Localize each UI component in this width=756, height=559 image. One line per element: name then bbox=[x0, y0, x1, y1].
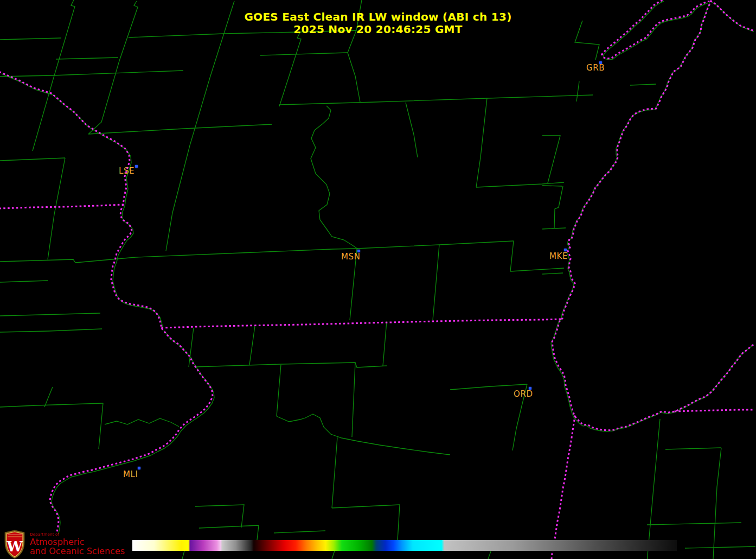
satellite-map-screen: GOES East Clean IR LW window (ABI ch 13)… bbox=[0, 0, 756, 559]
image-title: GOES East Clean IR LW window (ABI ch 13)… bbox=[0, 11, 756, 36]
station-dot-MLI bbox=[138, 467, 140, 469]
station-label-MKE: MKE bbox=[549, 251, 568, 261]
station-label-MSN: MSN bbox=[341, 252, 360, 262]
title-line-2: 2025 Nov 20 20:46:25 GMT bbox=[0, 23, 756, 36]
shoreline-green-layer bbox=[2, 1, 754, 533]
map-lines bbox=[0, 0, 756, 559]
uw-aos-logo: W Department of Atmospheric and Oceanic … bbox=[3, 530, 128, 559]
svg-text:W: W bbox=[6, 538, 23, 555]
station-label-LSE: LSE bbox=[119, 166, 134, 176]
title-line-1: GOES East Clean IR LW window (ABI ch 13) bbox=[0, 11, 756, 23]
logo-dept-line: Department of bbox=[30, 533, 125, 537]
station-label-ORD: ORD bbox=[514, 389, 533, 399]
ir-enhancement-colorbar bbox=[132, 540, 677, 551]
logo-line-1: Atmospheric bbox=[30, 538, 125, 547]
station-dot-LSE bbox=[135, 165, 138, 168]
station-label-MLI: MLI bbox=[123, 469, 138, 479]
logo-text: Department of Atmospheric and Oceanic Sc… bbox=[30, 533, 125, 556]
logo-line-2: and Oceanic Sciences bbox=[30, 547, 125, 556]
station-label-GRB: GRB bbox=[586, 63, 605, 73]
uw-crest-icon: W bbox=[3, 530, 26, 559]
